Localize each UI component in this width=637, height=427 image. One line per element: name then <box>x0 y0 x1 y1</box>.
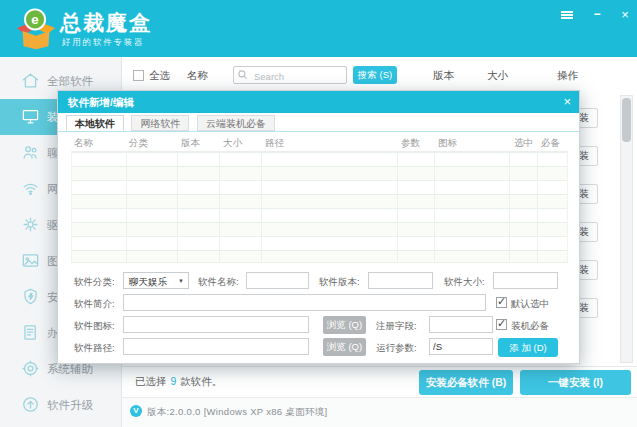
category-select[interactable]: 聊天娱乐 ▼ <box>123 272 189 289</box>
col-icon: 图标 <box>438 137 457 150</box>
home-icon <box>21 71 40 90</box>
regfield-field[interactable] <box>429 316 493 333</box>
add-button[interactable]: 添 加 (D) <box>498 338 558 357</box>
selected-suffix: 款软件。 <box>180 375 222 387</box>
search-icon <box>237 69 249 81</box>
gear-icon <box>21 359 40 378</box>
selected-summary: 已选择9款软件。 <box>135 375 222 389</box>
col-size: 大小 <box>223 137 242 150</box>
version-label: 软件版本: <box>319 276 360 289</box>
path-label: 软件路径: <box>74 342 115 355</box>
regfield-label: 注册字段: <box>376 320 417 333</box>
intro-label: 软件简介: <box>74 298 115 311</box>
software-icon-field[interactable] <box>123 316 309 333</box>
search-button[interactable]: 搜索 (S) <box>353 66 397 84</box>
select-all-checkbox[interactable] <box>133 70 144 81</box>
col-category: 分类 <box>129 137 148 150</box>
dialog-title-bar: 软件新增/编辑 × <box>58 91 579 113</box>
check-icon: ✓ <box>497 317 506 330</box>
image-icon <box>21 251 40 270</box>
runparam-label: 运行参数: <box>376 342 417 355</box>
tab-cloud-essential[interactable]: 云端装机必备 <box>197 115 275 131</box>
software-table-body[interactable] <box>71 151 568 263</box>
tab-local-software[interactable]: 本地软件 <box>66 115 124 131</box>
size-label: 软件大小: <box>444 276 485 289</box>
software-name-field[interactable] <box>246 272 309 289</box>
software-size-field[interactable] <box>493 272 558 289</box>
col-path: 路径 <box>265 137 284 150</box>
select-all-label: 全选 <box>149 69 170 83</box>
version-badge-icon: V <box>130 405 142 417</box>
selected-prefix: 已选择 <box>135 375 167 387</box>
tab-network-software[interactable]: 网络软件 <box>131 115 189 131</box>
app-title: 总裁魔盒 <box>60 9 152 37</box>
col-params: 参数 <box>401 137 420 150</box>
form-row-intro: 软件简介: ✓ 默认选中 <box>58 294 581 313</box>
software-table: 名称 分类 版本 大小 路径 参数 图标 选中 必备 <box>71 137 568 263</box>
col-name: 名称 <box>74 137 93 150</box>
col-required: 必备 <box>541 137 560 150</box>
category-label: 软件分类: <box>74 276 115 289</box>
name-label: 软件名称: <box>198 276 239 289</box>
software-version-field[interactable] <box>368 272 433 289</box>
document-icon <box>21 323 40 342</box>
software-intro-field[interactable] <box>123 294 486 311</box>
form-row-category: 软件分类: 聊天娱乐 ▼ 软件名称: 软件版本: 软件大小: <box>58 272 581 291</box>
upgrade-icon <box>21 395 40 414</box>
sidebar-item-software-upgrade[interactable]: 软件升级 <box>0 387 122 423</box>
gear-wrench-icon <box>21 215 40 234</box>
version-column-header: 版本 <box>433 69 454 83</box>
category-value: 聊天娱乐 <box>129 276 167 289</box>
search-box <box>233 66 347 84</box>
col-selected: 选中 <box>514 137 533 150</box>
app-tagline: 好用的软件专装器 <box>62 37 144 49</box>
browse-path-button[interactable]: 浏览 (Q) <box>323 338 366 356</box>
action-column-header: 操作 <box>557 69 578 83</box>
version-text: 版本:2.0.0.0 [Windows XP x86 桌面环境] <box>147 406 327 419</box>
monitor-icon <box>21 107 40 126</box>
tab-underline <box>58 131 579 132</box>
form-row-icon: 软件图标: 浏览 (Q) 注册字段: ✓ 装机必备 <box>58 316 581 335</box>
essential-checkbox[interactable]: ✓ <box>496 319 507 330</box>
one-key-install-button[interactable]: 一键安装 (I) <box>520 370 631 395</box>
form-row-path: 软件路径: 浏览 (Q) 运行参数: 添 加 (D) <box>58 338 581 357</box>
selected-count: 9 <box>167 375 181 387</box>
people-icon <box>21 143 40 162</box>
app-header: e 总裁魔盒 好用的软件专装器 − × <box>0 0 637 57</box>
list-scrollbar[interactable] <box>620 95 633 363</box>
essential-label: 装机必备 <box>511 320 549 333</box>
check-icon: ✓ <box>497 295 506 308</box>
svg-text:e: e <box>31 12 38 27</box>
app-logo-icon: e <box>13 6 59 52</box>
minimize-icon[interactable]: − <box>589 8 605 22</box>
col-version: 版本 <box>181 137 200 150</box>
runparam-field[interactable] <box>429 338 493 355</box>
browse-icon-button[interactable]: 浏览 (Q) <box>323 316 366 334</box>
dialog-close-icon[interactable]: × <box>563 94 571 109</box>
menu-icon[interactable] <box>561 11 573 19</box>
wifi-icon <box>21 179 40 198</box>
icon-label: 软件图标: <box>74 320 115 333</box>
default-checked-label: 默认选中 <box>511 298 549 311</box>
chevron-down-icon: ▼ <box>178 278 184 284</box>
install-essential-button[interactable]: 安装必备软件 (B) <box>419 370 513 395</box>
name-column-header: 名称 <box>187 69 208 83</box>
software-path-field[interactable] <box>123 338 309 355</box>
add-edit-software-dialog: 软件新增/编辑 × 本地软件 网络软件 云端装机必备 名称 分类 版本 大小 路… <box>57 90 580 364</box>
close-icon[interactable]: × <box>617 8 633 22</box>
shield-icon <box>21 287 40 306</box>
scrollbar-thumb[interactable] <box>622 98 631 142</box>
dialog-tabs: 本地软件 网络软件 云端装机必备 <box>66 115 278 131</box>
size-column-header: 大小 <box>487 69 508 83</box>
default-checked-checkbox[interactable]: ✓ <box>496 297 507 308</box>
dialog-title: 软件新增/编辑 <box>68 96 134 110</box>
search-input[interactable] <box>252 68 348 84</box>
